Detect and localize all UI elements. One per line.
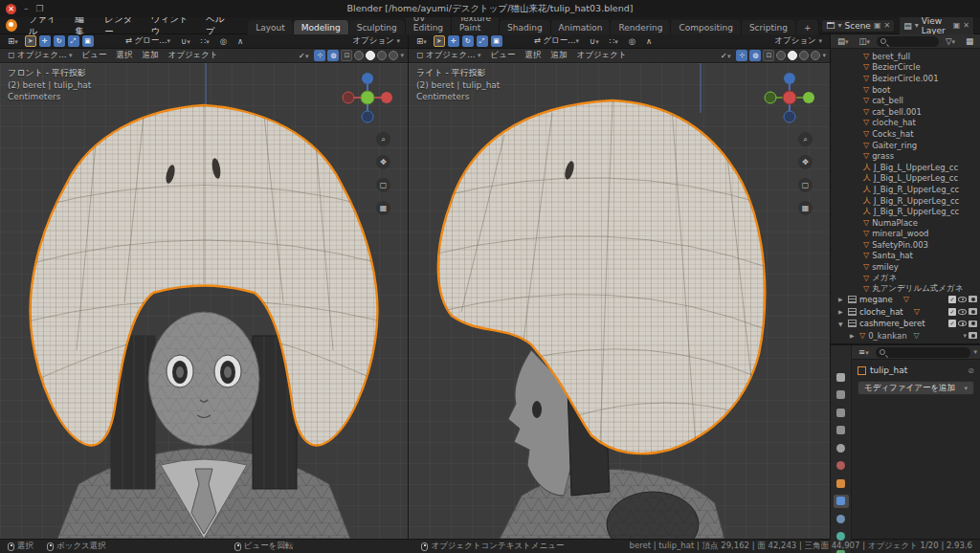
scale-tool-icon[interactable]: ⤢ (68, 35, 79, 47)
chevron-down-icon[interactable]: ▾ (973, 348, 977, 356)
zoom-icon[interactable]: ⌕ (376, 132, 390, 146)
options-dropdown[interactable]: オプション ▾ (770, 35, 826, 47)
editor-type-icon[interactable]: ⊞▾ (412, 36, 431, 46)
expand-icon[interactable]: ▶ (838, 296, 845, 302)
outliner-object-megane[interactable]: ▶ megane ▽ ✓ (831, 294, 980, 306)
options-dropdown[interactable]: オプション ▾ (348, 35, 404, 47)
show-gizmos-icon[interactable]: ⊹ (736, 50, 747, 61)
shading-dropdown-icon[interactable]: ▾ (400, 52, 404, 59)
view-layer-selector[interactable]: ▤ ▾ View Layer ▣ ✕ (899, 14, 974, 37)
list-item[interactable]: ▽BezierCircle (831, 62, 980, 74)
outliner-search-input[interactable] (877, 36, 939, 47)
list-item[interactable]: ▽boot (831, 84, 980, 96)
tab-output[interactable] (834, 406, 849, 419)
list-item[interactable]: ▽丸アンデリルム式メガネ (831, 283, 980, 293)
outliner-filter-icon[interactable]: ◫▾ (856, 36, 875, 46)
show-gizmos-icon[interactable]: ⊹ (314, 50, 325, 61)
outliner-object-cloche-hat[interactable]: ▶ cloche_hat ▽ ✓ (831, 305, 980, 318)
object-menu[interactable]: オブジェクト (165, 50, 222, 61)
list-item[interactable]: 人J_Big_R_UpperLeg_cc (831, 206, 980, 217)
new-view-layer-icon[interactable]: ▣ (953, 21, 961, 30)
tab-sculpting[interactable]: Sculpting (349, 20, 406, 34)
pan-hand-icon[interactable]: ✥ (798, 155, 813, 169)
axis-gizmo[interactable] (341, 71, 394, 124)
outliner-display-mode-icon[interactable]: ▤▾ (834, 36, 853, 46)
camera-render-icon[interactable] (969, 308, 977, 315)
properties-editor-type-icon[interactable]: ≡▾ (855, 347, 873, 357)
list-item[interactable]: ▽cat_bell (831, 95, 980, 106)
viewport-front[interactable]: ⊞▾ ➤ ✛ ↻ ⤢ ▣ ⇄ グロー...▾ ∪▾ ∷▾ ◎ ∧ オプション ▾… (0, 34, 409, 539)
shading-material-icon[interactable] (377, 51, 387, 60)
tab-world[interactable] (834, 459, 849, 473)
snap-mode-icon[interactable]: ∷▾ (197, 36, 213, 46)
view-menu[interactable]: ビュー (487, 50, 520, 61)
transform-tool-icon[interactable]: ▣ (82, 35, 94, 47)
ortho-grid-icon[interactable]: ▦ (376, 201, 390, 215)
expand-icon[interactable]: ▶ (850, 332, 857, 339)
shading-rendered-icon[interactable] (811, 51, 820, 60)
shading-rendered-icon[interactable] (389, 51, 398, 60)
object-menu[interactable]: オブジェクト (573, 50, 631, 61)
list-item[interactable]: ▽smiley (831, 261, 980, 273)
camera-view-icon[interactable]: ▢ (376, 178, 390, 192)
shading-material-icon[interactable] (799, 51, 809, 60)
snap-magnet-icon[interactable]: ∪▾ (586, 36, 603, 46)
unlink-scene-icon[interactable]: ✕ (883, 21, 890, 30)
list-item[interactable]: 人J_Big_L_UpperLeg_cc (831, 162, 980, 173)
add-menu[interactable]: 追加 (139, 50, 163, 61)
transform-tool-icon[interactable]: ▣ (491, 35, 502, 47)
shading-wireframe-icon[interactable] (354, 51, 364, 60)
tab-layout[interactable]: Layout (248, 20, 294, 34)
viewport-side-canvas[interactable]: ライト - 平行投影 (2) beret | tulip_hat Centime… (409, 63, 830, 539)
add-modifier-button[interactable]: モディファイアーを追加 ▾ (858, 381, 974, 395)
eye-visibility-icon[interactable] (958, 321, 967, 326)
tab-compositing[interactable]: Compositing (671, 20, 741, 34)
view-menu[interactable]: ビュー (78, 50, 111, 61)
list-item[interactable]: 人J_Big_R_UpperLeg_cc (831, 184, 980, 195)
rotate-tool-icon[interactable]: ↻ (54, 35, 65, 47)
expand-icon[interactable]: ▼ (838, 321, 845, 327)
show-overlays-icon[interactable]: ◍ (327, 50, 339, 61)
editor-type-icon[interactable]: ⊞▾ (4, 36, 22, 46)
gizmo-dropdown[interactable]: ✓▾ (717, 51, 735, 60)
select-box-tool-icon[interactable]: ➤ (434, 35, 445, 47)
list-item[interactable]: ▽grass (831, 150, 980, 162)
outliner-object-cashmere-beret[interactable]: ▼ cashmere_beret ✓ (831, 318, 980, 330)
proportional-falloff-icon[interactable]: ∧ (234, 36, 247, 46)
camera-render-icon[interactable] (969, 332, 977, 339)
move-tool-icon[interactable]: ✛ (448, 35, 459, 47)
pin-icon[interactable]: ⊘ (968, 366, 974, 375)
checkbox-icon[interactable]: ✓ (948, 320, 956, 327)
shading-dropdown-icon[interactable]: ▾ (822, 52, 826, 59)
gizmo-dropdown[interactable]: ✓▾ (295, 51, 313, 60)
tab-add-workspace[interactable]: + (796, 20, 820, 34)
snap-magnet-icon[interactable]: ∪▾ (177, 36, 194, 46)
scale-tool-icon[interactable]: ⤢ (477, 35, 488, 47)
camera-render-icon[interactable] (969, 296, 977, 302)
proportional-edit-icon[interactable]: ◎ (216, 36, 231, 46)
proportional-edit-icon[interactable]: ◎ (625, 36, 639, 46)
toggle-xray-icon[interactable]: ⊡ (763, 50, 774, 61)
select-menu[interactable]: 選択 (522, 50, 546, 61)
eye-visibility-icon[interactable] (958, 309, 967, 315)
list-item[interactable]: 人J_Big_L_UpperLeg_cc (831, 173, 980, 185)
tab-scene[interactable] (834, 441, 849, 454)
checkbox-icon[interactable]: ✓ (948, 296, 956, 303)
select-box-tool-icon[interactable]: ➤ (25, 35, 36, 47)
list-item[interactable]: ▽メガネ (831, 273, 980, 284)
camera-view-icon[interactable]: ▢ (798, 178, 813, 192)
eye-visibility-icon[interactable] (958, 297, 967, 302)
new-scene-icon[interactable]: ▣ (874, 21, 881, 30)
shading-wireframe-icon[interactable] (776, 51, 786, 60)
scene-selector[interactable]: 🗔 ▾ Scene ▣ ✕ (821, 19, 895, 33)
list-item[interactable]: ▽cat_bell.001 (831, 106, 980, 118)
orientation-dropdown[interactable]: ⇄ グロー...▾ (122, 35, 174, 47)
tab-modeling[interactable]: Modeling (294, 20, 349, 34)
outliner-options-icon[interactable]: ▦ (962, 36, 977, 46)
tab-animation[interactable]: Animation (551, 20, 612, 34)
tab-tool[interactable] (834, 370, 849, 384)
tab-rendering[interactable]: Rendering (611, 20, 671, 34)
list-item[interactable]: ▽beret_full (831, 51, 980, 62)
camera-render-icon[interactable] (969, 321, 977, 327)
expand-icon[interactable]: ▶ (838, 308, 845, 315)
